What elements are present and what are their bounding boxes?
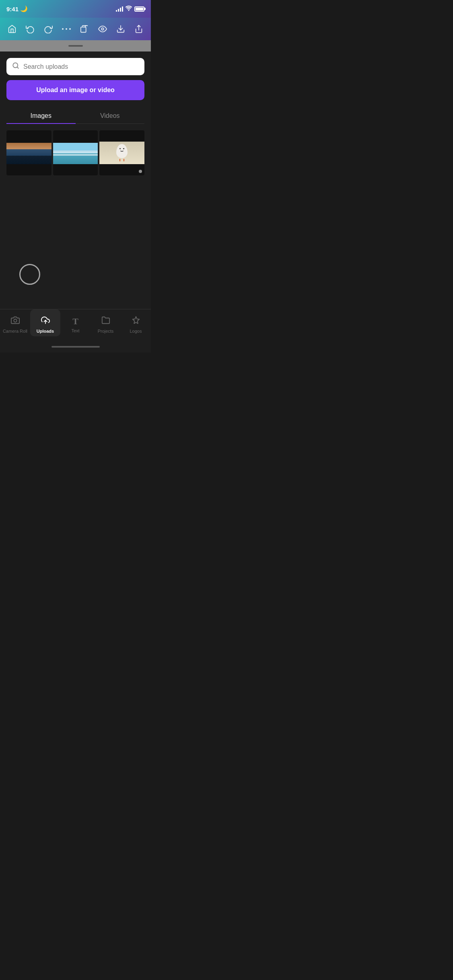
uploads-label: Uploads (37, 329, 54, 334)
home-line (51, 346, 100, 348)
nav-item-camera-roll[interactable]: Camera Roll (0, 309, 30, 336)
egg-scene (99, 142, 144, 164)
empty-space (6, 175, 144, 256)
egg-leg-left (119, 159, 120, 161)
text-icon: T (72, 316, 78, 327)
svg-line-8 (17, 67, 18, 68)
street-scene (6, 143, 51, 164)
projects-label: Projects (98, 329, 114, 334)
bottom-nav: Camera Roll Uploads T Text Projects (0, 309, 151, 341)
upload-button[interactable]: Upload an image or video (6, 80, 144, 100)
signal-bars (116, 6, 123, 12)
redo-button[interactable] (40, 21, 56, 37)
signal-bar-2 (118, 9, 119, 12)
time-display: 9:41 (6, 6, 19, 12)
pages-button[interactable] (76, 21, 93, 37)
preview-button[interactable] (95, 21, 111, 37)
battery-icon (134, 6, 144, 12)
video-dot (139, 170, 142, 173)
camera-roll-label: Camera Roll (3, 329, 27, 334)
search-icon (12, 62, 19, 71)
nav-item-uploads[interactable]: Uploads (30, 309, 60, 336)
download-button[interactable] (113, 21, 129, 37)
signal-bar-4 (122, 6, 123, 12)
camera-roll-icon (11, 316, 20, 327)
image-item-3[interactable] (99, 130, 144, 175)
tab-images[interactable]: Images (6, 108, 76, 124)
logos-icon (132, 316, 140, 327)
svg-point-9 (14, 319, 16, 322)
share-button[interactable] (131, 21, 147, 37)
egg-eye-right (123, 148, 124, 149)
egg-character (116, 144, 128, 161)
nav-item-projects[interactable]: Projects (91, 309, 121, 336)
image-grid (6, 130, 144, 175)
wifi-icon (126, 6, 132, 12)
tab-videos[interactable]: Videos (76, 108, 145, 124)
street-bg (6, 143, 51, 164)
handle-bar (0, 40, 151, 51)
pool-scene (53, 143, 98, 164)
signal-bar-1 (116, 10, 117, 12)
image-item-1[interactable] (6, 130, 51, 175)
egg-eyes (119, 148, 124, 149)
undo-button[interactable] (22, 21, 38, 37)
svg-point-4 (101, 28, 104, 30)
search-input[interactable] (23, 63, 139, 70)
signal-bar-3 (120, 8, 121, 12)
projects-icon (101, 316, 110, 327)
egg-legs (119, 159, 124, 161)
egg-body (116, 144, 128, 158)
egg-mouth (120, 150, 124, 152)
egg-eye-left (119, 148, 121, 149)
pool-edge (53, 154, 98, 156)
svg-rect-3 (81, 27, 86, 32)
status-icons (116, 6, 144, 12)
logos-label: Logos (130, 329, 142, 334)
svg-point-1 (66, 28, 67, 30)
home-indicator (0, 341, 151, 352)
floating-circle (19, 264, 40, 285)
svg-point-0 (62, 28, 64, 30)
search-container (6, 58, 144, 75)
tabs-container: Images Videos (6, 108, 144, 124)
image-item-2[interactable] (53, 130, 98, 175)
status-time: 9:41 🌙 (6, 5, 28, 12)
status-bar: 9:41 🌙 (0, 0, 151, 18)
home-button[interactable] (4, 21, 20, 37)
egg-leg-right (124, 159, 124, 161)
nav-item-text[interactable]: T Text (60, 309, 91, 336)
main-panel: Upload an image or video Images Videos (0, 51, 151, 309)
battery-fill (136, 8, 143, 10)
search-wrapper (6, 58, 144, 75)
drag-handle (68, 45, 83, 47)
toolbar (0, 18, 151, 40)
moon-icon: 🌙 (20, 5, 28, 12)
more-button[interactable] (58, 21, 74, 37)
uploads-icon (41, 316, 50, 327)
text-label: Text (71, 328, 79, 333)
pool-bg (53, 143, 98, 164)
svg-point-2 (69, 28, 71, 30)
nav-item-logos[interactable]: Logos (121, 309, 151, 336)
